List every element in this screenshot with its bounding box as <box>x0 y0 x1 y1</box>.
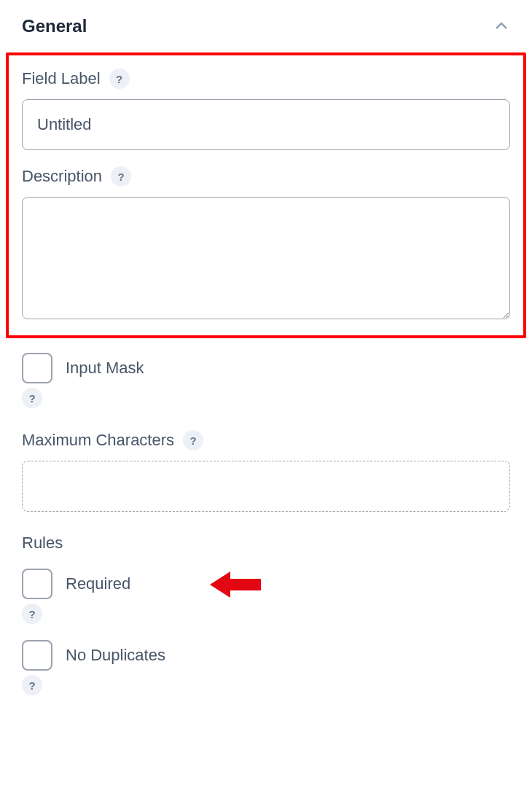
no-duplicates-checkbox[interactable] <box>22 640 52 671</box>
required-checkbox[interactable] <box>22 569 52 599</box>
chevron-up-icon[interactable] <box>493 17 510 35</box>
help-icon[interactable]: ? <box>22 388 42 408</box>
no-duplicates-label: No Duplicates <box>66 646 165 665</box>
help-icon[interactable]: ? <box>111 166 131 187</box>
section-title: General <box>22 16 87 36</box>
field-label-input[interactable] <box>22 99 510 150</box>
field-label-group: Field Label ? <box>22 69 510 150</box>
input-mask-label: Input Mask <box>66 359 144 378</box>
help-icon[interactable]: ? <box>183 430 203 450</box>
description-input[interactable] <box>22 197 510 319</box>
required-label: Required <box>66 574 130 593</box>
no-duplicates-row: No Duplicates <box>22 640 510 671</box>
input-mask-row: Input Mask <box>22 353 510 383</box>
required-row: Required <box>22 569 510 599</box>
max-chars-input[interactable] <box>22 461 510 512</box>
rules-heading: Rules <box>22 534 510 553</box>
help-icon[interactable]: ? <box>109 69 130 89</box>
highlight-box: Field Label ? Description ? <box>6 52 526 338</box>
max-chars-group: Maximum Characters ? <box>22 430 510 512</box>
help-icon[interactable]: ? <box>22 604 42 624</box>
max-chars-label: Maximum Characters <box>22 431 174 450</box>
description-label: Description <box>22 167 102 186</box>
help-icon[interactable]: ? <box>22 675 42 695</box>
description-group: Description ? <box>22 166 510 322</box>
input-mask-checkbox[interactable] <box>22 353 52 383</box>
section-header[interactable]: General <box>0 0 532 52</box>
field-label-label: Field Label <box>22 69 101 88</box>
